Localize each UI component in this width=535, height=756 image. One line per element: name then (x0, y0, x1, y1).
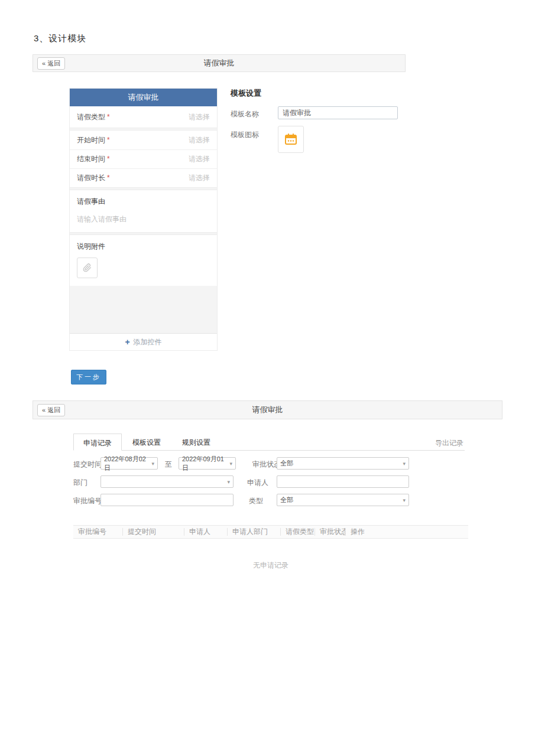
template-designer-screen: « 返回 请假审批 请假审批 请假类型* 请选择 开始时间* 请选择 结束时间*… (33, 54, 406, 400)
back-button[interactable]: « 返回 (37, 57, 65, 70)
section-heading: 3、设计模块 (34, 33, 86, 44)
approval-records-screen: « 返回 请假审批 申请记录 模板设置 规则设置 导出记录 提交时间 2022年… (33, 400, 502, 591)
form-preview-title: 请假审批 (70, 89, 217, 106)
form-preview-card: 请假审批 请假类型* 请选择 开始时间* 请选择 结束时间* 请选择 请假时长*… (69, 88, 218, 351)
page-title: 请假审批 (33, 405, 502, 415)
column-header-actions: 操作 (346, 528, 468, 536)
template-icon-picker[interactable] (278, 126, 304, 153)
approval-no-label: 审批编号 (73, 496, 102, 506)
tab-application-records[interactable]: 申请记录 (73, 434, 122, 451)
tabs-bar: 申请记录 模板设置 规则设置 导出记录 (73, 434, 465, 451)
required-mark: * (107, 113, 110, 121)
empty-canvas-area (70, 286, 217, 333)
form-field-attachment: 说明附件 (70, 235, 217, 286)
field-label: 结束时间* (77, 154, 110, 164)
approval-status-value: 全部 (280, 459, 293, 468)
chevron-down-icon: ▾ (403, 497, 406, 503)
chevron-down-icon: ▾ (403, 461, 406, 467)
form-field-end-time[interactable]: 结束时间* 请选择 (70, 149, 217, 168)
required-mark: * (107, 136, 110, 144)
column-header-submit-time: 提交时间 (123, 528, 184, 536)
applicant-label: 申请人 (247, 478, 268, 488)
back-button[interactable]: « 返回 (37, 404, 65, 416)
field-label-text: 结束时间 (77, 155, 105, 163)
type-label: 类型 (249, 496, 263, 506)
department-select[interactable]: ▾ (100, 475, 234, 488)
template-icon-label: 模板图标 (231, 130, 259, 140)
template-name-input[interactable] (278, 106, 398, 119)
plus-icon: + (125, 337, 129, 347)
field-placeholder: 请选择 (189, 154, 210, 164)
form-field-leave-type[interactable]: 请假类型* 请选择 (70, 106, 217, 128)
type-select[interactable]: 全部 ▾ (277, 494, 409, 506)
attachment-upload-button[interactable] (77, 258, 98, 278)
chevron-down-icon: ▾ (151, 461, 154, 467)
department-label: 部门 (73, 478, 87, 488)
export-records-link[interactable]: 导出记录 (435, 438, 463, 448)
records-body: 申请记录 模板设置 规则设置 导出记录 提交时间 2022年08月02日 ▾ 至… (33, 419, 502, 591)
panel-title: 模板设置 (231, 88, 261, 99)
attachment-label: 说明附件 (77, 242, 210, 252)
field-placeholder: 请选择 (189, 135, 210, 145)
chevron-down-icon: ▾ (227, 479, 230, 485)
required-mark: * (107, 174, 110, 182)
date-to-select[interactable]: 2022年09月01日 ▾ (179, 457, 236, 470)
empty-records-message: 无申请记录 (73, 561, 468, 571)
required-mark: * (107, 155, 110, 163)
date-to-value: 2022年09月01日 (182, 455, 227, 472)
add-control-button[interactable]: + 添加控件 (70, 333, 217, 350)
template-settings-panel: 模板设置 模板名称 模板图标 (231, 88, 406, 230)
date-from-value: 2022年08月02日 (104, 455, 149, 472)
form-field-start-time[interactable]: 开始时间* 请选择 (70, 131, 217, 149)
column-header-approval-no: 审批编号 (73, 528, 123, 536)
records-toolbar: « 返回 请假审批 (33, 400, 502, 419)
tab-template-settings[interactable]: 模板设置 (122, 434, 171, 450)
page-title: 请假审批 (33, 58, 405, 69)
reason-placeholder: 请输入请假事由 (77, 214, 210, 224)
records-table-header: 审批编号 提交时间 申请人 申请人部门 请假类型 审批状态 操作 (73, 525, 468, 539)
date-range-separator: 至 (165, 460, 172, 470)
column-header-leave-type: 请假类型 (281, 528, 315, 536)
approval-status-select[interactable]: 全部 ▾ (277, 457, 409, 470)
tab-rule-settings[interactable]: 规则设置 (171, 434, 221, 450)
column-header-applicant: 申请人 (184, 528, 228, 536)
field-label: 请假类型* (77, 112, 110, 122)
calendar-icon (284, 132, 298, 146)
type-value: 全部 (280, 496, 293, 504)
field-label: 请假时长* (77, 173, 110, 183)
field-placeholder: 请选择 (189, 173, 210, 183)
field-label: 开始时间* (77, 135, 110, 145)
field-label-text: 请假时长 (77, 174, 105, 182)
next-step-button[interactable]: 下一步 (71, 370, 106, 384)
column-header-status: 审批状态 (315, 528, 346, 536)
submit-time-label: 提交时间 (73, 460, 102, 470)
date-from-select[interactable]: 2022年08月02日 ▾ (100, 457, 158, 470)
designer-body: 请假审批 请假类型* 请选择 开始时间* 请选择 结束时间* 请选择 请假时长*… (33, 72, 406, 400)
form-field-reason[interactable]: 请假事由 请输入请假事由 (70, 190, 217, 232)
field-label-text: 开始时间 (77, 136, 105, 144)
approval-no-input[interactable] (100, 494, 234, 506)
form-field-duration[interactable]: 请假时长* 请选择 (70, 168, 217, 187)
add-control-label: 添加控件 (134, 337, 162, 347)
field-label-text: 请假类型 (77, 113, 105, 121)
reason-label: 请假事由 (77, 197, 210, 207)
field-placeholder: 请选择 (189, 112, 210, 122)
column-header-department: 申请人部门 (228, 528, 281, 536)
designer-toolbar: « 返回 请假审批 (33, 54, 406, 72)
template-name-label: 模板名称 (231, 109, 259, 119)
document-page: 3、设计模块 « 返回 请假审批 请假审批 请假类型* 请选择 开始时间* 请选… (0, 0, 535, 756)
paperclip-icon (83, 263, 92, 272)
chevron-down-icon: ▾ (229, 461, 232, 467)
applicant-input[interactable] (277, 475, 409, 488)
